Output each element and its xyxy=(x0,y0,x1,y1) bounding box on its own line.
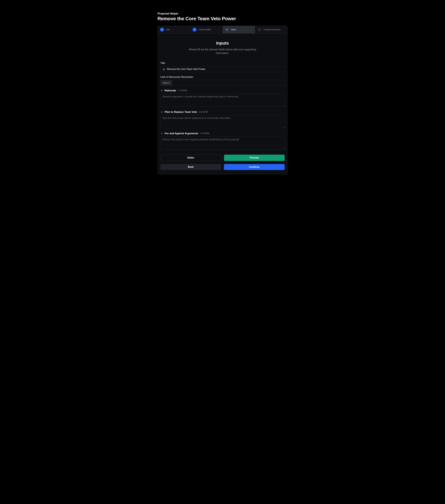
chevron-down-icon xyxy=(160,132,163,135)
arguments-counter: 74/4096 xyxy=(200,132,209,135)
step-proposal-submission[interactable]: 04 Proposal Submission xyxy=(255,26,287,33)
rationale-counter: 71/4096 xyxy=(178,89,187,92)
rationale-toggle[interactable]: Rationale 71/4096 xyxy=(160,89,285,92)
step-label: Connect Wallet xyxy=(199,29,211,31)
plan-textarea[interactable] xyxy=(160,115,285,128)
section-subtitle: Please fill out the relevant fields belo… xyxy=(188,48,257,55)
section-title: Inputs xyxy=(160,41,285,46)
page-kicker: Proposal Helper xyxy=(157,12,288,15)
arguments-toggle[interactable]: For and Against Arguments 74/4096 xyxy=(160,132,285,135)
arguments-label: For and Against Arguments xyxy=(165,132,198,135)
step-connect-wallet[interactable]: Connect Wallet xyxy=(190,26,223,33)
step-inputs[interactable]: 03 Inputs xyxy=(223,26,255,33)
title-field-label: Title xyxy=(160,62,285,65)
link-input-row: https:// xyxy=(160,80,285,86)
step-start[interactable]: Start xyxy=(158,26,190,33)
editor-button[interactable]: Editor xyxy=(160,155,221,161)
chevron-down-icon xyxy=(160,111,163,113)
chevron-down-icon xyxy=(160,89,163,92)
step-number-badge: 04 xyxy=(257,28,261,32)
link-input[interactable] xyxy=(172,80,285,86)
continue-button[interactable]: Continue xyxy=(224,164,285,170)
plan-counter: 63/4096 xyxy=(199,110,208,113)
title-value: Remove the Core Team Veto Power xyxy=(167,68,205,71)
step-label: Inputs xyxy=(231,29,236,31)
check-icon xyxy=(160,28,164,32)
page-title: Remove the Core Team Veto Power xyxy=(157,16,288,21)
arguments-textarea[interactable] xyxy=(160,137,285,149)
back-button[interactable]: Back xyxy=(160,164,221,170)
lock-icon xyxy=(163,68,165,70)
plan-toggle[interactable]: Plan to Replace Team Veto 63/4096 xyxy=(160,110,285,113)
step-label: Proposal Submission xyxy=(263,29,281,31)
rationale-textarea[interactable] xyxy=(160,94,285,107)
stepper: Start Connect Wallet 03 Inputs 04 Propos… xyxy=(158,26,287,34)
link-field-label: Link to Discourse Discussion xyxy=(160,75,285,78)
url-prefix: https:// xyxy=(160,80,172,86)
step-label: Start xyxy=(166,29,170,31)
preview-button[interactable]: Preview xyxy=(224,155,285,161)
step-number-badge: 03 xyxy=(225,28,229,32)
wizard-card: Start Connect Wallet 03 Inputs 04 Propos… xyxy=(157,26,288,174)
title-locked-input: Remove the Core Team Veto Power xyxy=(160,66,285,72)
plan-label: Plan to Replace Team Veto xyxy=(165,110,197,113)
rationale-label: Rationale xyxy=(165,89,176,92)
check-icon xyxy=(193,28,196,32)
